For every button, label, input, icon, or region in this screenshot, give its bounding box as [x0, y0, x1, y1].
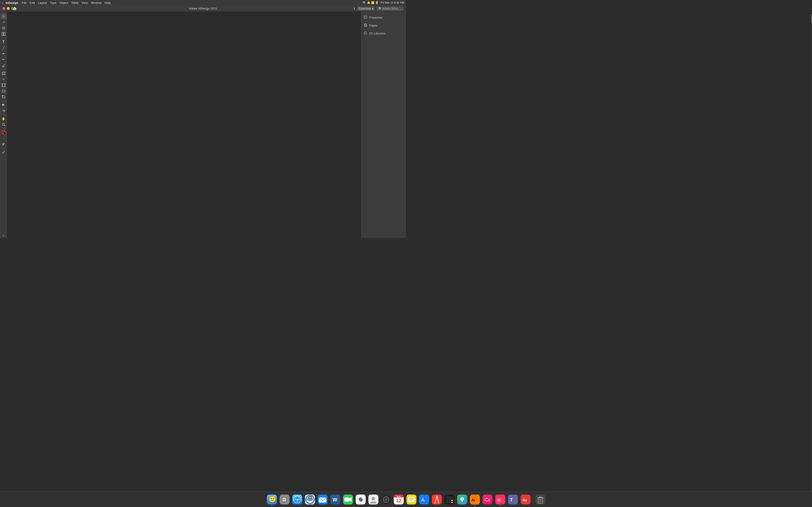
menu-bar:  InDesign File Edit Layout Type Object …	[0, 0, 406, 5]
pen-tool[interactable]: ✒	[1, 51, 6, 56]
svg-point-12	[2, 86, 3, 87]
pencil-tool[interactable]: ✏	[1, 57, 6, 62]
minimize-button[interactable]	[7, 7, 10, 10]
tool-separator-6	[1, 148, 6, 148]
titlebar-right: ⬆ Essentials ▾ 🔍 Adobe Stock	[353, 7, 404, 11]
pages-panel-item[interactable]: Pages	[361, 21, 406, 30]
menu-window[interactable]: Window	[91, 1, 101, 5]
menu-object[interactable]: Object	[60, 1, 68, 5]
transform-tool[interactable]	[1, 82, 6, 88]
svg-line-24	[2, 151, 5, 154]
svg-rect-1	[2, 29, 5, 29]
menubar-right: 🔍 🔔 📶 🔋 Fri Mar 12 6:32 PM	[363, 1, 404, 4]
title-bar: 🏠 Adobe InDesign 2021 ⬆ Essentials ▾ 🔍 A…	[0, 5, 406, 12]
canvas-area[interactable]	[7, 12, 361, 238]
column-tool[interactable]	[1, 31, 6, 37]
menubar-time: Fri Mar 12 6:32 PM	[381, 1, 404, 4]
scissors-tool[interactable]: ✂	[1, 76, 6, 82]
svg-point-11	[5, 83, 5, 84]
fill-color[interactable]	[1, 130, 6, 135]
hand-tool[interactable]: ✋	[1, 116, 6, 121]
app-name[interactable]: InDesign	[6, 1, 18, 5]
pages-label: Pages	[369, 24, 377, 27]
line-tool[interactable]: ╱	[1, 45, 6, 51]
menu-table[interactable]: Table	[71, 1, 79, 5]
rectangle-tool[interactable]	[1, 88, 6, 94]
gradient-feather-tool[interactable]	[1, 108, 6, 113]
main-content: ↖ ↗ T ╱ ✒ ✏ ✂	[0, 12, 406, 238]
properties-panel-item[interactable]: Properties	[361, 13, 406, 21]
selection-tool[interactable]: ↖	[1, 13, 6, 19]
rectangle-frame-tool[interactable]	[1, 71, 6, 76]
window-title: Adobe InDesign 2021	[189, 7, 217, 10]
measure-tool[interactable]	[1, 150, 6, 155]
direct-selection-tool[interactable]: ↗	[1, 19, 6, 25]
svg-line-25	[3, 153, 3, 153]
svg-rect-2	[2, 33, 3, 36]
svg-point-10	[2, 83, 3, 84]
svg-rect-17	[2, 104, 5, 106]
properties-label: Properties	[369, 16, 383, 19]
menu-help[interactable]: Help	[105, 1, 111, 5]
svg-point-13	[5, 86, 5, 87]
eyedropper-tool[interactable]	[1, 142, 6, 147]
home-button[interactable]: 🏠	[12, 6, 17, 11]
share-button[interactable]: ⬆	[353, 7, 356, 10]
svg-point-32	[364, 32, 367, 35]
menu-edit[interactable]: Edit	[30, 1, 35, 5]
svg-rect-16	[2, 95, 3, 96]
apple-menu[interactable]: 	[2, 1, 3, 5]
gradient-swatch-tool[interactable]	[1, 102, 6, 108]
right-panel: Properties Pages CC Libraries	[361, 12, 406, 238]
essentials-dropdown[interactable]: Essentials ▾	[358, 7, 375, 11]
cc-libraries-icon	[364, 31, 367, 36]
menu-type[interactable]: Type	[50, 1, 56, 5]
svg-line-20	[4, 125, 5, 126]
svg-rect-14	[2, 90, 5, 92]
menu-file[interactable]: File	[22, 1, 27, 5]
close-button[interactable]	[2, 7, 5, 10]
erase-tool[interactable]	[1, 63, 6, 68]
tools-panel: ↖ ↗ T ╱ ✒ ✏ ✂	[0, 12, 7, 238]
svg-rect-0	[2, 27, 5, 27]
zoom-tool[interactable]	[1, 122, 6, 127]
tool-separator-3	[1, 101, 6, 101]
menu-view[interactable]: View	[82, 1, 88, 5]
svg-rect-3	[4, 33, 5, 36]
pages-icon	[364, 23, 367, 27]
svg-rect-27	[364, 16, 367, 18]
adobe-stock-search[interactable]: 🔍 Adobe Stock	[376, 7, 404, 11]
svg-point-19	[2, 123, 5, 125]
svg-rect-23	[4, 143, 5, 144]
svg-rect-18	[2, 110, 5, 112]
menubar-icons: 🔍 🔔 📶 🔋	[363, 1, 378, 4]
cc-libraries-label: CC Libraries	[369, 32, 386, 35]
swap-colors[interactable]: ↔	[1, 135, 6, 141]
svg-rect-9	[2, 84, 5, 87]
more-tools[interactable]: ≡	[1, 233, 6, 238]
gap-tool[interactable]	[1, 25, 6, 31]
properties-icon	[364, 15, 367, 20]
svg-line-4	[2, 64, 5, 67]
free-transform-tool[interactable]	[1, 94, 6, 100]
cc-libraries-panel-item[interactable]: CC Libraries	[361, 30, 406, 37]
type-tool[interactable]: T	[1, 39, 6, 45]
menu-layout[interactable]: Layout	[38, 1, 47, 5]
svg-line-26	[4, 152, 4, 153]
